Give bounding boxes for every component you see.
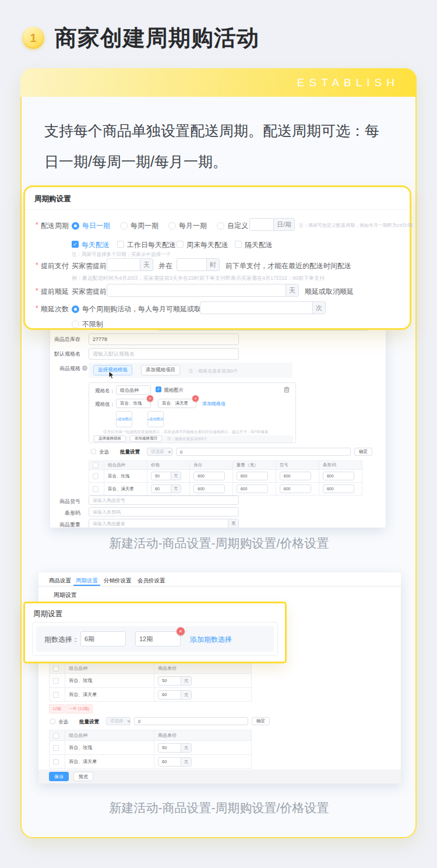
prepay-days-input[interactable]: 天	[107, 258, 153, 271]
period-tag[interactable]: 12期	[49, 704, 65, 714]
radio-custom[interactable]	[217, 222, 224, 230]
spec-image-checkbox[interactable]: ✓	[156, 386, 161, 392]
radio-daily-label[interactable]: 每日一期	[82, 221, 110, 231]
header-checkbox[interactable]	[53, 733, 59, 739]
remove-period-icon[interactable]: ×	[177, 627, 185, 635]
checkbox-weekend[interactable]	[177, 241, 184, 248]
chevron-down-icon	[168, 451, 171, 454]
sku-no-input[interactable]: 600	[280, 472, 311, 480]
preview-button[interactable]: 预览	[73, 772, 93, 781]
checkbox-everyday-label[interactable]: 每天配送	[82, 240, 110, 250]
sku-name: 百合、满天星	[65, 688, 154, 701]
price-input[interactable]: 60元	[158, 690, 192, 700]
step-badge: 1	[22, 27, 44, 49]
weight-input[interactable]: 600	[237, 484, 268, 493]
tab-distribution-price[interactable]: 分销价设置	[104, 577, 132, 585]
barcode-field[interactable]: 请输入条形码	[89, 507, 239, 516]
total-stock-input[interactable]: 27778	[89, 333, 239, 345]
add-spec-item-button[interactable]: 添加规格项目	[130, 435, 162, 442]
select-all-checkbox[interactable]	[91, 449, 96, 454]
price-input[interactable]: 60元	[151, 484, 181, 493]
radio-limited[interactable]	[72, 305, 79, 313]
table-row: 百合、满天星 60元	[50, 755, 251, 768]
section-title: 周期设置	[54, 591, 77, 599]
radio-unlimited-label[interactable]: 不限制	[82, 319, 103, 329]
add-period-link[interactable]: 添加期数选择	[190, 635, 232, 645]
radio-unlimited[interactable]	[72, 321, 79, 328]
row-checkbox[interactable]	[53, 692, 59, 698]
row-checkbox[interactable]	[53, 759, 59, 765]
item-no-input[interactable]: 请输入商品货号	[89, 496, 239, 505]
row-checkbox[interactable]	[93, 486, 98, 492]
sku-no-input[interactable]: 600	[280, 484, 311, 493]
select-all-checkbox[interactable]	[50, 719, 55, 724]
price-input[interactable]: 60元	[158, 757, 192, 767]
price-input[interactable]: 50元	[151, 472, 181, 480]
remove-value-icon[interactable]: ×	[192, 395, 199, 402]
barcode-input[interactable]: 600	[323, 484, 354, 493]
radio-weekly[interactable]	[120, 222, 128, 230]
checkbox-workday[interactable]	[117, 241, 124, 248]
save-button[interactable]: 保存	[49, 772, 69, 781]
batch-confirm-button[interactable]: 确定	[252, 717, 270, 725]
row-checkbox[interactable]	[93, 473, 98, 479]
batch-confirm-button[interactable]: 确定	[354, 448, 372, 456]
screenshot-caption: 新建活动-商品设置-周期购设置/价格设置	[20, 800, 418, 816]
col-header: 货号	[276, 461, 319, 469]
choose-template-button[interactable]: 选择规格模板	[94, 435, 126, 442]
checkbox-everyday[interactable]: ✓	[72, 241, 79, 248]
remove-value-icon[interactable]: ×	[147, 395, 153, 402]
spec-value-input-2[interactable]: 百合、满天星	[158, 399, 196, 408]
checkbox-alternate[interactable]	[235, 241, 242, 248]
spec-label: 商品规格	[50, 365, 80, 372]
radio-custom-label[interactable]: 自定义	[227, 221, 248, 231]
prepay-hour-input[interactable]: 时	[177, 258, 220, 271]
radio-monthly[interactable]	[168, 222, 176, 230]
stock-input[interactable]: 600	[193, 472, 225, 480]
checkbox-workday-label[interactable]: 工作日每天配送	[127, 240, 176, 250]
tab-member-price[interactable]: 会员价设置	[138, 577, 165, 585]
batch-select[interactable]: 请选择	[147, 448, 172, 456]
postpone-days-input[interactable]: 天	[107, 284, 299, 297]
weight-input[interactable]: 600	[237, 472, 268, 480]
spec-name-input[interactable]: 组合品种	[116, 385, 151, 395]
default-spec-input[interactable]: 请输入默认规格名	[89, 348, 239, 360]
period-input-6[interactable]: 6期	[80, 631, 126, 646]
postpone-times-input[interactable]: 次	[200, 301, 326, 314]
period-tag[interactable]: 一年 (12期)	[65, 704, 93, 714]
required-mark: *	[36, 221, 38, 229]
spec-value-input-1[interactable]: 百合、玫瑰	[116, 399, 151, 408]
custom-cycle-input[interactable]: 日/期	[249, 218, 295, 231]
select-all-label: 全选	[58, 719, 68, 726]
batch-select[interactable]: 请选择	[106, 717, 131, 725]
upload-image-box[interactable]: +添加图片	[116, 411, 132, 427]
period-input-12[interactable]: 12期	[135, 631, 181, 646]
radio-daily[interactable]	[72, 222, 79, 230]
barcode-input[interactable]: 600	[323, 472, 354, 480]
batch-value-input[interactable]: 0	[134, 717, 248, 725]
checkbox-alternate-label[interactable]: 隔天配送	[245, 240, 273, 250]
batch-value-input[interactable]: 0	[176, 448, 351, 456]
period-value-12: 12期	[136, 632, 180, 646]
upload-image-box[interactable]: +添加图片	[147, 411, 164, 427]
row-checkbox[interactable]	[53, 678, 59, 684]
radio-weekly-label[interactable]: 每周一期	[131, 221, 158, 231]
spec-bottom-toolbar: 选择规格模板 添加规格项目 注：规格名最多添加5个	[93, 435, 293, 442]
prepay-suffix: 前下单支付，才能在最近的配送时间配送	[225, 261, 351, 271]
weight-field[interactable]: 请输入商品重量 克	[89, 519, 239, 528]
add-spec-value-link[interactable]: 添加规格值	[202, 400, 225, 407]
tab-cycle-settings[interactable]: 周期设置	[76, 577, 98, 585]
col-header: 重量（克）	[233, 461, 276, 469]
price-input[interactable]: 50元	[158, 676, 192, 686]
stock-input[interactable]: 600	[193, 484, 225, 493]
tab-product-settings[interactable]: 商品设置	[49, 577, 71, 585]
price-input[interactable]: 50元	[158, 743, 192, 753]
chevron-down-icon	[127, 721, 131, 723]
add-spec-item-button[interactable]: 添加规格项目	[141, 365, 180, 375]
radio-monthly-label[interactable]: 每月一期	[179, 221, 207, 231]
row-checkbox[interactable]	[53, 745, 59, 751]
header-checkbox[interactable]	[53, 666, 59, 672]
header-checkbox[interactable]	[93, 462, 98, 468]
trash-icon[interactable]	[284, 386, 290, 393]
checkbox-weekend-label[interactable]: 周末每天配送	[186, 240, 228, 250]
